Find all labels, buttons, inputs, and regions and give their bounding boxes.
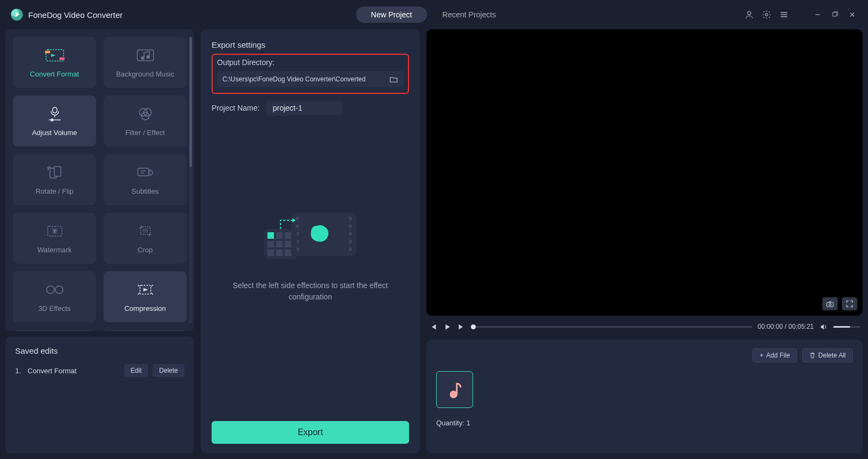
right-column: 00:00:00 / 00:05:21 +Add File Delete All… xyxy=(426,29,863,454)
titlebar: FoneDog Video Converter New Project Rece… xyxy=(0,0,868,29)
saved-edit-name: Convert Format xyxy=(28,367,76,375)
effect-rotate-flip[interactable]: Rotate / Flip xyxy=(13,154,96,205)
svg-rect-15 xyxy=(138,168,149,176)
main-layout: Convert Format Background Music Adjust V… xyxy=(0,29,868,459)
snapshot-icon[interactable] xyxy=(822,297,838,310)
files-panel: +Add File Delete All Quantity: 1 xyxy=(426,340,863,454)
saved-delete-button[interactable]: Delete xyxy=(152,364,184,377)
app-logo-icon xyxy=(11,9,23,21)
svg-rect-45 xyxy=(285,250,291,256)
effect-label: Watermark xyxy=(37,246,72,254)
volume-slider[interactable] xyxy=(833,326,860,328)
watermark-icon: T xyxy=(44,223,66,239)
effect-convert-format[interactable]: Convert Format xyxy=(13,37,96,88)
effect-adjust-volume[interactable]: Adjust Volume xyxy=(13,95,96,146)
effects-scrollbar[interactable] xyxy=(189,37,192,323)
rotate-flip-icon xyxy=(44,164,66,181)
effect-label: Compression xyxy=(124,304,166,313)
tab-new-project[interactable]: New Project xyxy=(356,7,427,23)
browse-folder-icon[interactable] xyxy=(390,75,398,83)
user-icon[interactable] xyxy=(744,10,754,20)
saved-edits-title: Saved edits xyxy=(15,346,184,355)
crop-icon xyxy=(135,223,156,239)
effect-extra-2[interactable] xyxy=(104,330,187,331)
svg-rect-46 xyxy=(827,302,833,307)
project-name-label: Project Name: xyxy=(212,104,260,112)
svg-point-22 xyxy=(55,286,63,294)
export-panel: Export settings Output Directory: C:\Use… xyxy=(201,29,420,454)
minimize-icon[interactable] xyxy=(813,10,822,20)
3d-effects-icon xyxy=(44,282,66,298)
effects-grid: Convert Format Background Music Adjust V… xyxy=(13,37,187,331)
playback-time: 00:00:00 / 00:05:21 xyxy=(758,323,814,330)
effect-compression[interactable]: Compression xyxy=(104,271,187,322)
close-icon[interactable] xyxy=(847,10,857,20)
effect-extra-1[interactable] xyxy=(13,330,96,331)
svg-text:T: T xyxy=(53,229,56,234)
output-directory-group: Output Directory: C:\Users\pc\FoneDog Vi… xyxy=(212,54,409,94)
svg-rect-32 xyxy=(349,225,352,228)
file-thumbnail[interactable] xyxy=(436,371,473,408)
effect-watermark[interactable]: T Watermark xyxy=(13,213,96,264)
filter-effect-icon xyxy=(135,106,156,122)
project-name-input[interactable] xyxy=(266,100,342,116)
top-tabs: New Project Recent Projects xyxy=(356,7,511,23)
quantity-label: Quantity: 1 xyxy=(436,419,853,427)
output-directory-value: C:\Users\pc\FoneDog Video Converter\Conv… xyxy=(222,75,366,83)
tab-recent-projects[interactable]: Recent Projects xyxy=(427,7,511,23)
video-preview xyxy=(426,29,863,316)
fullscreen-icon[interactable] xyxy=(842,297,857,310)
svg-rect-33 xyxy=(349,232,352,235)
svg-rect-26 xyxy=(296,217,299,220)
svg-rect-35 xyxy=(349,247,352,251)
export-button[interactable]: Export xyxy=(212,421,409,444)
project-name-row: Project Name: xyxy=(212,100,409,116)
saved-edit-button[interactable]: Edit xyxy=(124,364,149,377)
playbar: 00:00:00 / 00:05:21 xyxy=(426,316,863,333)
svg-rect-2 xyxy=(833,12,837,16)
volume-icon[interactable] xyxy=(819,322,828,331)
titlebar-left: FoneDog Video Converter xyxy=(11,9,123,21)
svg-point-1 xyxy=(765,14,768,16)
next-icon[interactable] xyxy=(457,322,465,331)
effect-label: Background Music xyxy=(116,70,174,78)
placeholder-illustration-icon xyxy=(259,202,362,267)
effect-crop[interactable]: Crop xyxy=(104,213,187,264)
convert-format-icon xyxy=(44,47,66,63)
svg-rect-40 xyxy=(267,241,274,247)
effect-background-music[interactable]: Background Music xyxy=(104,37,187,88)
effect-subtitles[interactable]: Subtitles xyxy=(104,154,187,205)
svg-rect-14 xyxy=(54,167,61,176)
effects-panel: Convert Format Background Music Adjust V… xyxy=(5,29,194,331)
output-directory-label: Output Directory: xyxy=(217,58,404,67)
delete-all-button[interactable]: Delete All xyxy=(802,348,853,362)
svg-point-21 xyxy=(47,286,54,294)
titlebar-right xyxy=(744,10,857,20)
add-file-button[interactable]: +Add File xyxy=(752,348,797,362)
maximize-icon[interactable] xyxy=(830,10,840,20)
plus-icon: + xyxy=(760,352,763,359)
svg-rect-38 xyxy=(276,232,283,239)
svg-rect-43 xyxy=(267,250,274,256)
effect-label: Subtitles xyxy=(132,187,159,195)
export-settings-title: Export settings xyxy=(212,40,409,49)
gear-icon[interactable] xyxy=(762,10,771,20)
effect-filter-effect[interactable]: Filter / Effect xyxy=(104,95,187,146)
saved-edit-index: 1. xyxy=(15,367,21,375)
play-icon[interactable] xyxy=(443,322,451,331)
svg-rect-41 xyxy=(276,241,283,247)
svg-rect-34 xyxy=(349,240,352,243)
app-title: FoneDog Video Converter xyxy=(28,10,123,20)
effect-label: Filter / Effect xyxy=(125,129,165,137)
seek-slider[interactable] xyxy=(471,326,752,328)
output-directory-field[interactable]: C:\Users\pc\FoneDog Video Converter\Conv… xyxy=(217,71,404,87)
svg-rect-44 xyxy=(276,250,283,256)
effect-3d-effects[interactable]: 3D Effects xyxy=(13,271,96,322)
prev-icon[interactable] xyxy=(429,322,437,331)
placeholder-hint: Select the left side effections to start… xyxy=(229,280,392,303)
svg-rect-4 xyxy=(44,50,50,53)
menu-icon[interactable] xyxy=(779,10,789,20)
compression-icon xyxy=(135,282,156,298)
effect-label: Rotate / Flip xyxy=(35,187,73,195)
saved-edits-panel: Saved edits 1. Convert Format Edit Delet… xyxy=(5,336,194,454)
